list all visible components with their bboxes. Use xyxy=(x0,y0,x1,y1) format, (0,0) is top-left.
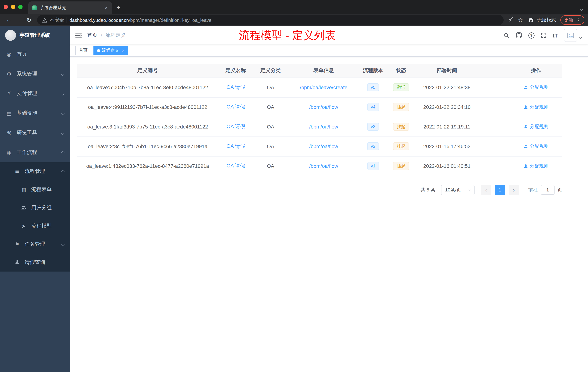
reload-button[interactable]: ↻ xyxy=(24,17,34,23)
browser-tab[interactable]: 芋道管理系统 × xyxy=(28,1,112,14)
github-icon[interactable] xyxy=(516,32,522,39)
security-label[interactable]: 不安全 xyxy=(50,17,64,23)
cell-deploy-time: 2022-01-16 01:40:51 xyxy=(415,156,479,176)
user-avatar[interactable] xyxy=(564,29,577,42)
incognito-label: 无痕模式 xyxy=(537,17,556,23)
fullscreen-icon[interactable] xyxy=(541,33,546,38)
back-button[interactable]: ← xyxy=(4,17,14,23)
person-icon xyxy=(14,260,20,265)
breadcrumb: 首页 / 流程定义 xyxy=(87,32,126,39)
browser-menu-icon[interactable]: ⋮ xyxy=(576,17,581,23)
form-info-link[interactable]: /bpm/oa/flow xyxy=(309,163,338,169)
cell-deploy-time: 2022-01-22 20:34:10 xyxy=(415,97,479,117)
status-badge: 挂起 xyxy=(393,123,409,131)
definition-name-link[interactable]: OA 请假 xyxy=(227,143,245,149)
sidebar-item-process-form[interactable]: ▥ 流程表单 xyxy=(0,181,70,199)
assign-rule-link[interactable]: 分配规则 xyxy=(524,163,549,169)
browser-toolbar: ← → ↻ 不安全 dashboard.yudao.iocoder.cn/bpm… xyxy=(0,14,588,26)
avatar-caret-icon[interactable] xyxy=(580,33,581,40)
form-info-link[interactable]: /bpm/oa/flow xyxy=(309,124,338,130)
assign-rule-link[interactable]: 分配规则 xyxy=(524,104,549,110)
form-info-link[interactable]: /bpm/oa/flow xyxy=(309,143,338,149)
sidebar-item-process-model[interactable]: ➤ 流程模型 xyxy=(0,217,70,235)
sidebar-item-task-mgmt[interactable]: ⚑ 任务管理 xyxy=(0,235,70,253)
sidebar-item-home[interactable]: ◉ 首页 xyxy=(0,44,70,64)
form-info-link[interactable]: /bpm/oa/flow xyxy=(309,104,338,110)
definition-name-link[interactable]: OA 请假 xyxy=(227,163,245,169)
chevron-down-icon xyxy=(61,111,64,115)
sidebar-toggle-icon[interactable] xyxy=(70,33,87,38)
sidebar-item-leave-query[interactable]: 请假查询 xyxy=(0,253,70,272)
version-badge: v5 xyxy=(367,83,379,91)
form-info-link[interactable]: /bpm/oa/leave/create xyxy=(300,85,347,90)
definition-name-link[interactable]: OA 请假 xyxy=(227,123,245,129)
cell-deploy-time: 2022-01-16 17:46:53 xyxy=(415,136,479,156)
workflow-submenu: ≡ 流程管理 ▥ 流程表单 用户分组 ➤ 流程模型 xyxy=(0,162,70,272)
app-logo[interactable]: 芋道管理系统 xyxy=(0,26,70,44)
page-number-button[interactable]: 1 xyxy=(495,185,505,195)
cell-category: OA xyxy=(253,97,288,117)
person-icon xyxy=(524,164,528,168)
column-header-id: 定义编号 xyxy=(77,64,219,77)
url-text: dashboard.yudao.iocoder.cn/bpm/manager/d… xyxy=(69,17,211,23)
chevron-down-icon xyxy=(61,92,64,95)
sidebar-item-devtools[interactable]: ⚒ 研发工具 xyxy=(0,123,70,143)
person-icon xyxy=(524,124,528,129)
tab-search-icon[interactable] xyxy=(580,5,583,12)
sidebar-item-process-mgmt[interactable]: ≡ 流程管理 xyxy=(0,162,70,181)
goto-unit: 页 xyxy=(557,186,562,193)
tab-close-icon[interactable]: × xyxy=(104,5,108,11)
close-window-button[interactable] xyxy=(4,5,8,9)
forward-button[interactable]: → xyxy=(14,17,24,23)
definition-name-link[interactable]: OA 请假 xyxy=(227,84,245,90)
assign-rule-link[interactable]: 分配规则 xyxy=(524,143,549,150)
breadcrumb-home[interactable]: 首页 xyxy=(87,32,97,39)
assign-rule-link[interactable]: 分配规则 xyxy=(524,84,549,91)
definition-name-link[interactable]: OA 请假 xyxy=(227,104,245,109)
list-icon: ≡ xyxy=(14,169,20,174)
column-header-action: 操作 xyxy=(510,64,562,77)
sidebar-item-infrastructure[interactable]: ▤ 基础设施 xyxy=(0,103,70,123)
sidebar-item-payment[interactable]: ¥ 支付管理 xyxy=(0,84,70,103)
address-bar[interactable]: 不安全 dashboard.yudao.iocoder.cn/bpm/manag… xyxy=(37,15,504,25)
tag-close-icon[interactable]: × xyxy=(121,48,124,53)
font-size-icon[interactable]: tT xyxy=(553,32,558,38)
form-icon: ▥ xyxy=(20,187,27,193)
cell-definition-id: oa_leave:3:1fad3d93-7b75-11ec-a3c8-acde4… xyxy=(77,117,219,136)
tag-home[interactable]: 首页 xyxy=(75,46,91,55)
tag-current[interactable]: 流程定义 × xyxy=(94,46,128,55)
bookmark-star-icon[interactable]: ☆ xyxy=(518,17,523,23)
sidebar-item-user-group[interactable]: 用户分组 xyxy=(0,199,70,217)
prev-page-button[interactable]: ‹ xyxy=(481,185,491,195)
browser-update-button[interactable]: 更新 ⋮ xyxy=(560,15,584,25)
page-size-select[interactable]: 10条/页 xyxy=(441,185,474,195)
tag-label: 流程定义 xyxy=(102,47,119,54)
chevron-down-icon xyxy=(61,72,64,76)
table-row: oa_leave:5:004b710b-7b8a-11ec-8ef0-acde4… xyxy=(77,77,562,97)
column-header-spacer xyxy=(479,64,510,77)
cell-category: OA xyxy=(253,156,288,176)
update-label: 更新 xyxy=(564,17,573,23)
cell-definition-id: oa_leave:5:004b710b-7b8a-11ec-8ef0-acde4… xyxy=(77,77,219,97)
workflow-icon: ▦ xyxy=(6,150,12,155)
column-header-category: 定义分类 xyxy=(253,64,288,77)
password-key-icon[interactable] xyxy=(508,16,514,24)
next-page-button[interactable]: › xyxy=(509,185,519,195)
help-icon[interactable]: ? xyxy=(528,32,535,38)
assign-rule-link[interactable]: 分配规则 xyxy=(524,123,549,130)
infrastructure-icon: ▤ xyxy=(6,110,12,116)
search-icon[interactable] xyxy=(503,32,509,38)
sidebar-item-label: 工作流程 xyxy=(17,149,37,156)
zoom-window-button[interactable] xyxy=(18,5,22,9)
definition-table: 定义编号 定义名称 定义分类 表单信息 流程版本 状态 部署时间 操作 xyxy=(77,64,562,176)
user-group-icon xyxy=(20,205,27,211)
logo-avatar xyxy=(5,30,16,41)
cell-deploy-time: 2022-01-22 19:19:11 xyxy=(415,117,479,136)
minimize-window-button[interactable] xyxy=(11,5,15,9)
chevron-up-icon xyxy=(61,151,64,154)
new-tab-button[interactable]: + xyxy=(112,1,125,14)
sidebar-item-label: 任务管理 xyxy=(25,241,45,248)
sidebar-item-system[interactable]: ⚙ 系统管理 xyxy=(0,64,70,84)
goto-page-input[interactable] xyxy=(541,185,555,195)
sidebar-item-workflow[interactable]: ▦ 工作流程 xyxy=(0,143,70,162)
